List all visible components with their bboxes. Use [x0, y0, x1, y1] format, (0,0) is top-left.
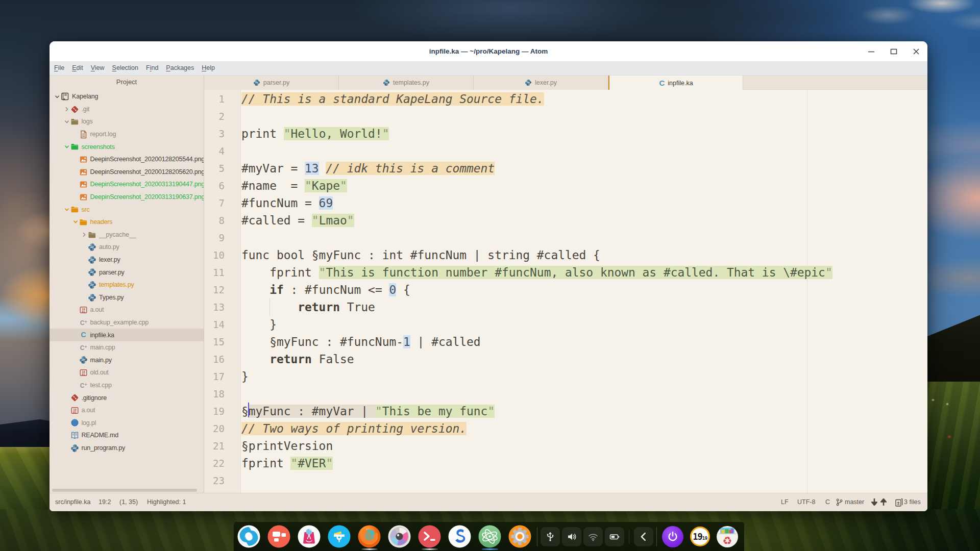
menu-edit[interactable]: Edit: [68, 61, 87, 75]
git-icon: [70, 393, 79, 402]
tree-item-logs[interactable]: logs: [50, 115, 204, 128]
status-grammar[interactable]: C: [825, 493, 830, 511]
menu-view[interactable]: View: [87, 61, 108, 75]
status-line-ending[interactable]: LF: [781, 493, 789, 511]
dock-clock[interactable]: 19 19: [690, 527, 710, 546]
line-number: 21: [204, 437, 225, 455]
tab-inpfile-ka[interactable]: Cinpfile.ka: [608, 76, 743, 90]
tree-item-inpfile-ka[interactable]: Cinpfile.ka: [50, 329, 204, 341]
tree-item-test-cpp[interactable]: C+test.cpp: [50, 379, 204, 392]
tree-item--pycache-[interactable]: __pycache__: [50, 229, 204, 241]
tray-collapse-button[interactable]: [634, 527, 653, 546]
dock-multitasking-icon[interactable]: [264, 522, 294, 551]
menu-file[interactable]: File: [54, 61, 68, 75]
tree-item-deepinscreenshot-20200313190447-png[interactable]: DeepinScreenshot_20200313190447.png: [50, 178, 204, 191]
minimize-button[interactable]: [860, 41, 883, 61]
status-file-path[interactable]: src/inpfile.ka: [55, 493, 90, 511]
python-icon: [79, 356, 88, 364]
tree-item-headers[interactable]: headers: [50, 216, 204, 229]
maximize-button[interactable]: [883, 41, 905, 61]
tree-item-a-out[interactable]: 1001a.out: [50, 404, 204, 417]
tree-item-deepinscreenshot-20200128205620-png[interactable]: DeepinScreenshot_20200128205620.png: [50, 166, 204, 179]
tree-item-deepinscreenshot-20200128205544-png[interactable]: DeepinScreenshot_20200128205544.png: [50, 153, 204, 166]
tree-item-lexer-py[interactable]: lexer.py: [50, 254, 204, 266]
tree-item-main-cpp[interactable]: C+main.cpp: [50, 341, 204, 354]
svg-text:C: C: [81, 331, 86, 339]
tree-item--git[interactable]: .git: [50, 103, 204, 116]
trash-icon[interactable]: ♻: [717, 526, 738, 547]
chevron-down-icon[interactable]: [73, 219, 78, 224]
tab-label: parser.py: [263, 79, 289, 86]
chevron-down-icon[interactable]: [64, 207, 69, 212]
chevron-down-icon[interactable]: [64, 144, 69, 149]
close-button[interactable]: [905, 41, 927, 61]
tree-item-backup-example-cpp[interactable]: C+backup_example.cpp: [50, 316, 204, 329]
chevron-right-icon[interactable]: [64, 107, 69, 112]
dock-control-center-icon[interactable]: [505, 522, 535, 551]
window-title: inpfile.ka — ~/pro/Kapelang — Atom: [50, 41, 927, 61]
chevron-right-icon[interactable]: [82, 232, 87, 237]
line-number: 7: [204, 194, 225, 212]
tab-parser-py[interactable]: parser.py: [204, 76, 339, 90]
tree-item-types-py[interactable]: Types.py: [50, 291, 204, 304]
dock-firefox-icon[interactable]: [354, 522, 384, 551]
tree-item-label: main.py: [90, 357, 112, 364]
git-push-icon[interactable]: [880, 493, 887, 500]
chevron-down-icon[interactable]: [64, 119, 69, 124]
tree-item-kapelang[interactable]: Kapelang: [50, 90, 204, 103]
tree-item-old-out[interactable]: 1001old.out: [50, 366, 204, 379]
tray-wifi-icon[interactable]: [583, 527, 603, 546]
menu-help[interactable]: Help: [198, 61, 219, 75]
chevron-down-icon[interactable]: [55, 94, 60, 99]
python-icon: [88, 281, 96, 289]
git-icon: [70, 105, 79, 114]
menu-find[interactable]: Find: [142, 61, 162, 75]
tree-item-label: __pycache__: [99, 231, 136, 238]
titlebar[interactable]: inpfile.ka — ~/pro/Kapelang — Atom: [50, 41, 927, 61]
dock-image-viewer-icon[interactable]: [384, 522, 414, 551]
tray-volume-icon[interactable]: [562, 527, 581, 546]
menu-selection[interactable]: Selection: [108, 61, 142, 75]
tree-item-parser-py[interactable]: parser.py: [50, 266, 204, 279]
tray-usb-icon[interactable]: [541, 527, 560, 546]
tree-item-templates-py[interactable]: templates.py: [50, 279, 204, 291]
code-line-5: #myVar = 13 // idk this is a comment: [241, 160, 495, 177]
changed-files-icon[interactable]: [895, 493, 903, 502]
project-tree-panel[interactable]: Project Kapelang.gitlogsreport.logscreen…: [50, 76, 204, 493]
dock-atom-icon[interactable]: [475, 522, 505, 551]
tab-templates-py[interactable]: templates.py: [339, 76, 474, 90]
tree-horizontal-scrollbar[interactable]: [52, 489, 197, 492]
editor-pane: parser.pytemplates.pylexer.pyCinpfile.ka…: [204, 76, 927, 493]
tab-lexer-py[interactable]: lexer.py: [474, 76, 608, 90]
tree-item-auto-py[interactable]: auto.py: [50, 241, 204, 254]
tree-list: Kapelang.gitlogsreport.logscreenshotsDee…: [50, 90, 204, 454]
tree-item--gitignore[interactable]: .gitignore: [50, 391, 204, 404]
menu-packages[interactable]: Packages: [162, 61, 198, 75]
power-button[interactable]: [662, 526, 683, 547]
tree-item-log-pl[interactable]: log.pl: [50, 416, 204, 429]
dock-app-store-icon[interactable]: [294, 522, 324, 551]
tree-item-screenshots[interactable]: screenshots: [50, 140, 204, 153]
tree-item-readme-md[interactable]: README.md: [50, 429, 204, 442]
code-line-12: if : #funcNum <= 0 {: [241, 281, 410, 298]
status-files-changed[interactable]: 3 files: [904, 493, 921, 511]
code-area[interactable]: // This is a standard KapeLang Source fi…: [241, 90, 927, 493]
tree-item-main-py[interactable]: main.py: [50, 354, 204, 366]
tree-item-a-out[interactable]: 1001a.out: [50, 304, 204, 316]
tray-battery-icon[interactable]: [605, 527, 624, 546]
editor[interactable]: 1234567891011121314151617181920212223 //…: [204, 90, 927, 493]
status-cursor-position[interactable]: 19:2: [99, 493, 111, 511]
status-branch[interactable]: master: [845, 493, 864, 511]
dock-file-manager-icon[interactable]: [324, 522, 354, 551]
dock-terminal-icon[interactable]: [414, 522, 445, 551]
line-number: 2: [204, 108, 225, 125]
dock-launcher-icon[interactable]: [234, 522, 264, 551]
tree-item-src[interactable]: src: [50, 203, 204, 216]
tree-item-run-program-py[interactable]: run_program.py: [50, 442, 204, 455]
binary-icon: 1001: [79, 306, 88, 314]
tree-item-report-log[interactable]: report.log: [50, 128, 204, 141]
tree-item-deepinscreenshot-20200313190637-png[interactable]: DeepinScreenshot_20200313190637.png: [50, 191, 204, 204]
git-pull-icon[interactable]: [871, 493, 877, 500]
status-encoding[interactable]: UTF-8: [797, 493, 815, 511]
dock-s-browser-icon[interactable]: [445, 522, 475, 551]
